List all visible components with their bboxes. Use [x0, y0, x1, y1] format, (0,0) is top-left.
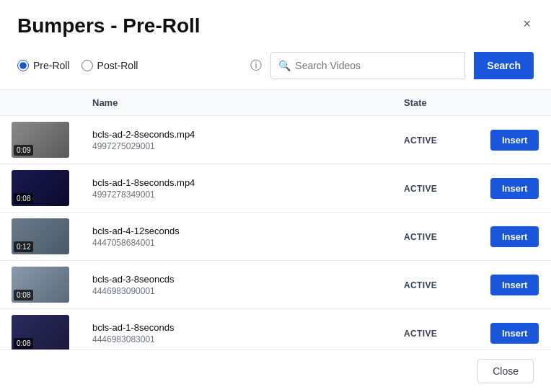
video-name: bcls-ad-1-8seconds — [92, 322, 381, 333]
col-header-action — [479, 90, 551, 116]
info-icon: ⓘ — [250, 58, 262, 74]
thumbnail: 0:08 — [12, 315, 69, 349]
col-header-name: Name — [81, 90, 392, 116]
modal-title: Bumpers - Pre-Roll — [17, 14, 200, 37]
name-cell: bcls-ad-1-8seconds.mp4 4997278349001 — [81, 164, 392, 213]
search-input[interactable] — [295, 60, 457, 71]
state-badge: ACTIVE — [404, 329, 437, 339]
table-header-row: Name State — [0, 90, 551, 116]
state-cell: ACTIVE — [392, 309, 479, 350]
table-row: 0:08 bcls-ad-1-8seconds 4446983083001 AC… — [0, 309, 551, 350]
state-cell: ACTIVE — [392, 116, 479, 164]
radio-group: Pre-Roll Post-Roll — [17, 60, 138, 71]
col-header-state: State — [392, 90, 479, 116]
thumbnail-cell: 0:09 — [0, 116, 81, 164]
insert-button[interactable]: Insert — [490, 226, 539, 247]
state-badge: ACTIVE — [404, 135, 437, 146]
table-body: 0:09 bcls-ad-2-8seconds.mp4 499727502900… — [0, 116, 551, 350]
close-button[interactable]: Close — [477, 359, 534, 383]
name-cell: bcls-ad-2-8seconds.mp4 4997275029001 — [81, 116, 392, 164]
video-name: bcls-ad-4-12seconds — [92, 226, 381, 236]
thumbnail-cell: 0:08 — [0, 261, 81, 309]
video-id: 4447058684001 — [92, 238, 381, 248]
action-cell: Insert — [479, 261, 551, 309]
name-cell: bcls-ad-3-8seoncds 4446983090001 — [81, 261, 392, 309]
thumbnail: 0:12 — [12, 218, 69, 254]
modal-header: Bumpers - Pre-Roll × — [0, 0, 551, 45]
name-cell: bcls-ad-1-8seconds 4446983083001 — [81, 309, 392, 350]
preroll-radio-label[interactable]: Pre-Roll — [17, 60, 70, 71]
video-name: bcls-ad-3-8seoncds — [92, 274, 381, 285]
state-cell: ACTIVE — [392, 261, 479, 309]
insert-button[interactable]: Insert — [490, 130, 539, 151]
video-name: bcls-ad-2-8seconds.mp4 — [92, 129, 381, 140]
video-id: 4446983083001 — [92, 334, 381, 344]
postroll-label: Post-Roll — [97, 60, 138, 71]
thumbnail: 0:08 — [12, 267, 69, 303]
postroll-radio[interactable] — [81, 60, 93, 71]
state-badge: ACTIVE — [404, 232, 437, 242]
col-header-thumbnail — [0, 90, 81, 116]
thumbnail: 0:09 — [12, 122, 69, 158]
state-cell: ACTIVE — [392, 164, 479, 213]
video-id: 4997278349001 — [92, 190, 381, 200]
duration-badge: 0:08 — [14, 193, 33, 204]
table-row: 0:09 bcls-ad-2-8seconds.mp4 499727502900… — [0, 116, 551, 164]
search-icon: 🔍 — [278, 60, 291, 71]
thumbnail-cell: 0:08 — [0, 164, 81, 213]
duration-badge: 0:08 — [14, 338, 33, 349]
video-table-container: Name State 0:09 bcls-ad-2-8seconds.mp4 4… — [0, 89, 551, 349]
state-badge: ACTIVE — [404, 280, 437, 290]
modal: Bumpers - Pre-Roll × Pre-Roll Post-Roll … — [0, 0, 551, 392]
video-table: Name State 0:09 bcls-ad-2-8seconds.mp4 4… — [0, 90, 551, 349]
insert-button[interactable]: Insert — [490, 178, 539, 199]
duration-badge: 0:12 — [14, 241, 33, 252]
action-cell: Insert — [479, 164, 551, 213]
duration-badge: 0:08 — [14, 290, 33, 300]
state-cell: ACTIVE — [392, 213, 479, 261]
postroll-radio-label[interactable]: Post-Roll — [81, 60, 138, 71]
toolbar: Pre-Roll Post-Roll ⓘ 🔍 Search — [0, 45, 551, 89]
action-cell: Insert — [479, 213, 551, 261]
table-row: 0:12 bcls-ad-4-12seconds 4447058684001 A… — [0, 213, 551, 261]
thumbnail: 0:08 — [12, 170, 69, 206]
table-row: 0:08 bcls-ad-3-8seoncds 4446983090001 AC… — [0, 261, 551, 309]
modal-footer: Close — [0, 349, 551, 392]
search-button[interactable]: Search — [474, 52, 534, 79]
state-badge: ACTIVE — [404, 184, 437, 194]
action-cell: Insert — [479, 116, 551, 164]
name-cell: bcls-ad-4-12seconds 4447058684001 — [81, 213, 392, 261]
insert-button[interactable]: Insert — [490, 275, 539, 295]
action-cell: Insert — [479, 309, 551, 350]
video-id: 4446983090001 — [92, 286, 381, 296]
video-name: bcls-ad-1-8seconds.mp4 — [92, 177, 381, 188]
table-row: 0:08 bcls-ad-1-8seconds.mp4 499727834900… — [0, 164, 551, 213]
preroll-label: Pre-Roll — [33, 60, 70, 71]
close-x-button[interactable]: × — [520, 14, 534, 33]
insert-button[interactable]: Insert — [490, 323, 539, 344]
thumbnail-cell: 0:12 — [0, 213, 81, 261]
preroll-radio[interactable] — [17, 60, 29, 71]
search-bar: 🔍 — [270, 52, 465, 79]
video-id: 4997275029001 — [92, 141, 381, 151]
thumbnail-cell: 0:08 — [0, 309, 81, 350]
duration-badge: 0:09 — [14, 145, 33, 156]
